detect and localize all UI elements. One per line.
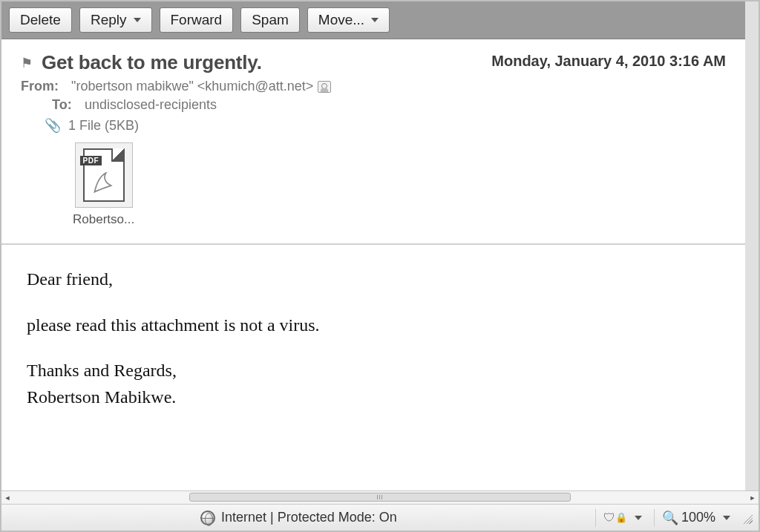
paperclip-icon: 📎 [45, 117, 61, 134]
from-value: "robertson mabikwe" <khumich@att.net> [71, 79, 313, 94]
adobe-swoosh-icon [92, 169, 117, 194]
dropdown-caret-icon [371, 18, 379, 22]
reply-button[interactable]: Reply [79, 7, 152, 33]
mail-date: Monday, January 4, 2010 3:16 AM [491, 53, 726, 70]
lock-icon: 🔒 [615, 512, 627, 523]
horizontal-scroll-thumb[interactable] [189, 493, 571, 502]
button-label: Reply [91, 12, 127, 28]
vertical-scrollbar[interactable]: ▲ ▼ [745, 1, 759, 490]
pdf-thumbnail-icon: PDF [75, 142, 133, 208]
status-bar: Internet | Protected Mode: On 🛡 🔒 🔍 100% [1, 504, 759, 531]
body-signature-name: Robertson Mabikwe. [27, 385, 720, 410]
body-greeting: Dear friend, [27, 267, 720, 292]
mail-body: Dear friend, please read this attachment… [1, 245, 745, 427]
scroll-down-arrow-icon[interactable]: ▼ [747, 479, 758, 489]
attachment-item[interactable]: PDF Robertso... [73, 142, 134, 227]
vertical-scroll-thumb[interactable] [747, 91, 758, 161]
scroll-left-arrow-icon[interactable]: ◄ [1, 492, 13, 504]
mail-toolbar: Delete Reply Forward Spam Move... [1, 1, 745, 39]
forward-button[interactable]: Forward [160, 7, 234, 33]
horizontal-scrollbar[interactable]: ◄ ► [1, 490, 759, 504]
to-label: To: [52, 97, 79, 113]
mail-header: ⚑ Get back to me urgently. Monday, Janua… [1, 39, 745, 245]
body-line: please read this attachment is not a vir… [27, 313, 720, 338]
zoom-control[interactable]: 🔍 100% [662, 510, 735, 526]
scroll-up-arrow-icon[interactable]: ▲ [747, 3, 758, 13]
mail-subject: Get back to me urgently. [42, 51, 262, 74]
zoom-dropdown-icon[interactable] [723, 516, 730, 520]
pdf-badge: PDF [80, 156, 102, 165]
add-contact-icon[interactable] [318, 81, 331, 93]
from-row: From: "robertson mabikwe" <khumich@att.n… [21, 79, 726, 94]
button-label: Forward [171, 12, 223, 28]
scroll-right-arrow-icon[interactable]: ► [747, 492, 759, 504]
button-label: Spam [252, 12, 289, 28]
resize-grip-icon[interactable] [741, 512, 753, 524]
to-row: To: undisclosed-recipients [52, 97, 726, 113]
browser-window: ▲ ▼ Delete Reply Forward Spam Move... [0, 0, 760, 532]
magnifier-icon: 🔍 [662, 510, 678, 526]
globe-icon [200, 510, 215, 525]
shield-icon: 🛡 [603, 511, 615, 525]
spam-button[interactable]: Spam [240, 7, 300, 33]
security-zone-text: Internet | Protected Mode: On [221, 510, 397, 525]
zoom-value: 100% [681, 510, 715, 525]
page-fold-icon [111, 148, 125, 162]
flag-icon: ⚑ [21, 55, 33, 71]
status-separator [654, 509, 655, 527]
to-value: undisclosed-recipients [85, 97, 217, 113]
button-label: Move... [318, 12, 364, 28]
security-dropdown-icon[interactable] [635, 516, 642, 520]
attachment-summary: 1 File (5KB) [68, 118, 139, 134]
button-label: Delete [20, 12, 61, 28]
body-signature-line: Thanks and Regards, [27, 358, 720, 384]
move-button[interactable]: Move... [307, 7, 390, 33]
attachment-filename: Robertso... [73, 212, 134, 227]
dropdown-caret-icon [134, 18, 141, 22]
delete-button[interactable]: Delete [9, 7, 72, 33]
from-label: From: [21, 79, 65, 94]
attachment-summary-row: 📎 1 File (5KB) [45, 117, 726, 134]
status-separator [595, 509, 596, 527]
content-area: ▲ ▼ Delete Reply Forward Spam Move... [1, 1, 759, 490]
pdf-page-icon: PDF [83, 148, 125, 202]
horizontal-scroll-track[interactable] [13, 491, 747, 504]
